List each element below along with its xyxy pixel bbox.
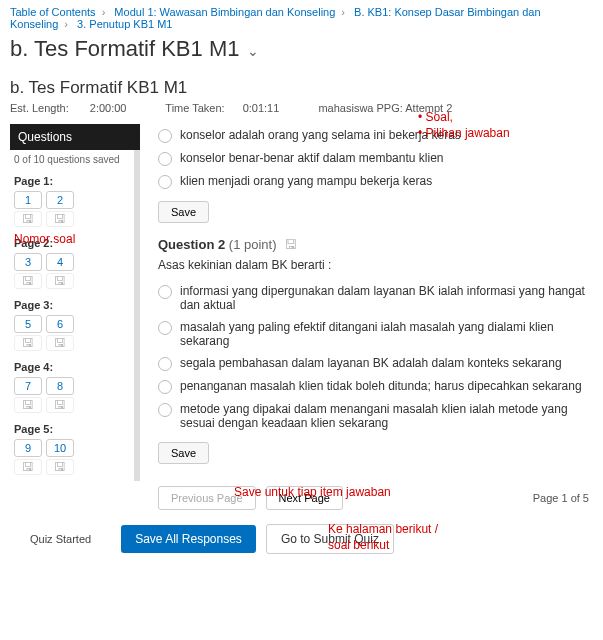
- option-text: informasi yang dipergunakan dalam layana…: [180, 284, 595, 312]
- save-icon: 🖫: [14, 397, 42, 413]
- quiz-status: Quiz Started: [30, 533, 91, 545]
- qnum-6[interactable]: 6: [46, 315, 74, 333]
- option-text: masalah yang paling efektif ditangani ia…: [180, 320, 595, 348]
- question-sidebar: Questions 0 of 10 questions saved Page 1…: [10, 124, 140, 514]
- save-icon: 🖫: [46, 459, 74, 475]
- page-count: Page 1 of 5: [533, 492, 595, 504]
- saved-count: 0 of 10 questions saved: [10, 150, 140, 171]
- save-icon: 🖫: [46, 397, 74, 413]
- previous-page-button[interactable]: Previous Page: [158, 486, 256, 510]
- next-page-button[interactable]: Next Page: [266, 486, 343, 510]
- page-label: Page 1:: [10, 171, 140, 189]
- save-icon: 🖫: [14, 211, 42, 227]
- save-all-button[interactable]: Save All Responses: [121, 525, 256, 553]
- radio-option[interactable]: [158, 403, 172, 417]
- qnum-5[interactable]: 5: [14, 315, 42, 333]
- question-main: konselor adalah orang yang selama ini be…: [140, 124, 603, 514]
- save-icon: 🖫: [46, 211, 74, 227]
- option-text: konselor adalah orang yang selama ini be…: [180, 128, 461, 142]
- page-title: b. Tes Formatif KB1 M1: [10, 36, 239, 62]
- option-text: penanganan masalah klien tidak boleh dit…: [180, 379, 582, 393]
- radio-option[interactable]: [158, 380, 172, 394]
- radio-option[interactable]: [158, 129, 172, 143]
- radio-option[interactable]: [158, 175, 172, 189]
- save-icon: 🖫: [14, 459, 42, 475]
- submit-quiz-button[interactable]: Go to Submit Quiz: [266, 524, 394, 554]
- qnum-10[interactable]: 10: [46, 439, 74, 457]
- qnum-7[interactable]: 7: [14, 377, 42, 395]
- quiz-footer: Quiz Started Save All Responses Go to Su…: [0, 514, 603, 564]
- question-2-header: Question 2 (1 point) 🖫: [158, 237, 595, 252]
- option-text: klien menjadi orang yang mampu bekerja k…: [180, 174, 432, 188]
- save-icon: 🖫: [284, 237, 297, 252]
- radio-option[interactable]: [158, 285, 172, 299]
- save-icon: 🖫: [14, 335, 42, 351]
- radio-option[interactable]: [158, 152, 172, 166]
- crumb-0[interactable]: Table of Contents: [10, 6, 96, 18]
- sidebar-header: Questions: [10, 124, 140, 150]
- chevron-down-icon[interactable]: ⌄: [247, 43, 259, 59]
- qnum-8[interactable]: 8: [46, 377, 74, 395]
- qnum-1[interactable]: 1: [14, 191, 42, 209]
- option-text: konselor benar-benar aktif dalam membant…: [180, 151, 443, 165]
- page-label: Page 2:: [10, 233, 140, 251]
- breadcrumb: Table of Contents› Modul 1: Wawasan Bimb…: [0, 0, 603, 34]
- crumb-3[interactable]: 3. Penutup KB1 M1: [77, 18, 172, 30]
- question-stem: Asas kekinian dalam BK berarti :: [158, 258, 595, 272]
- qnum-9[interactable]: 9: [14, 439, 42, 457]
- qnum-2[interactable]: 2: [46, 191, 74, 209]
- save-question-button[interactable]: Save: [158, 442, 209, 464]
- radio-option[interactable]: [158, 357, 172, 371]
- quiz-title: b. Tes Formatif KB1 M1: [10, 78, 593, 98]
- quiz-meta: Est. Length: 2:00:00 Time Taken:0:01:11 …: [0, 100, 603, 124]
- save-icon: 🖫: [14, 273, 42, 289]
- qnum-3[interactable]: 3: [14, 253, 42, 271]
- save-icon: 🖫: [46, 335, 74, 351]
- page-label: Page 5:: [10, 419, 140, 437]
- crumb-1[interactable]: Modul 1: Wawasan Bimbingan dan Konseling: [114, 6, 335, 18]
- qnum-4[interactable]: 4: [46, 253, 74, 271]
- save-question-button[interactable]: Save: [158, 201, 209, 223]
- option-text: segala pembahasan dalam layanan BK adala…: [180, 356, 562, 370]
- option-text: metode yang dipakai dalam menangani masa…: [180, 402, 595, 430]
- page-label: Page 4:: [10, 357, 140, 375]
- save-icon: 🖫: [46, 273, 74, 289]
- radio-option[interactable]: [158, 321, 172, 335]
- page-label: Page 3:: [10, 295, 140, 313]
